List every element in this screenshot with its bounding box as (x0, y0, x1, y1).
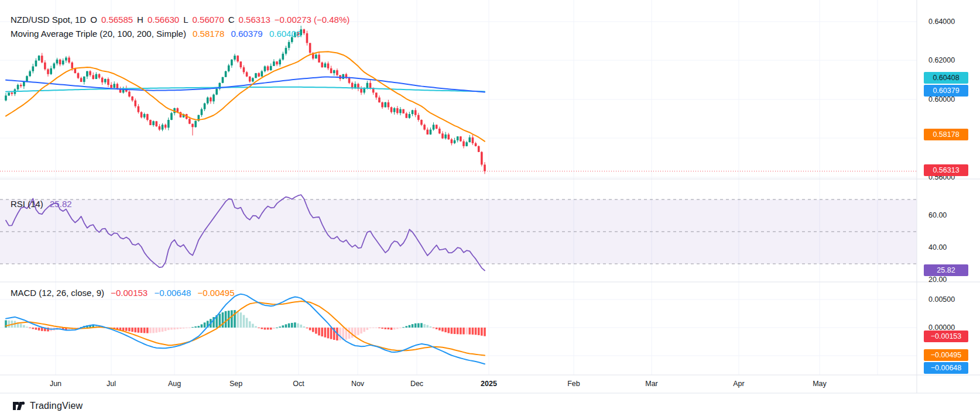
ohlc-open-key: O (90, 15, 97, 25)
ma200-value: 0.60408 (269, 29, 301, 39)
tradingview-logo[interactable]: TradingView (12, 399, 83, 413)
ma20-value: 0.58178 (193, 29, 224, 39)
time-tick-label: Jun (50, 375, 61, 393)
axis-tick-label: 40.00 (928, 243, 947, 252)
macd-label: MACD (12, 26, close, 9) (11, 288, 104, 298)
time-axis[interactable]: JunJulAugSepOctNovDec2025FebMarAprMay (0, 375, 980, 393)
tradingview-chart-window: NZD/USD Spot, 1DO0.56585H0.56630L0.56070… (0, 0, 980, 420)
macd-signal-value: −0.00495 (198, 288, 235, 298)
macd-signal-badge: −0.00495 (924, 349, 968, 361)
time-tick-label: Jul (107, 375, 116, 393)
macd-signal-line (6, 301, 485, 356)
macd-line-badge: −0.00648 (924, 362, 968, 374)
macd-line-value: −0.00648 (154, 288, 191, 298)
ohlc-high-key: H (137, 15, 143, 25)
time-tick-label: Oct (293, 375, 304, 393)
axis-tick-label: 20.00 (928, 276, 947, 284)
ohlc-close-key: C (228, 15, 235, 25)
ohlc-high-value: 0.56630 (148, 15, 179, 25)
ohlc-open-value: 0.56585 (101, 15, 133, 25)
ohlc-low-key: L (183, 15, 188, 25)
rsi-label: RSI (14) (11, 199, 43, 209)
gridlines (0, 0, 917, 375)
axis-tick-label: 0.00500 (928, 295, 955, 304)
rsi-band (0, 199, 917, 264)
macd-legend[interactable]: MACD (12, 26, close, 9) −0.00153 −0.0064… (11, 288, 239, 298)
price-axis[interactable]: 0.640000.620000.600000.580000.5600060.00… (917, 0, 980, 393)
rsi-value-badge: 25.82 (924, 264, 968, 276)
ma20-line (6, 51, 485, 141)
chart-canvas[interactable] (0, 0, 980, 420)
ohlc-low-value: 0.56070 (193, 15, 224, 25)
ma200-price-badge: 0.60408 (924, 72, 968, 84)
time-tick-label: May (813, 375, 827, 393)
time-tick-label: Feb (567, 375, 580, 393)
ma20-price-badge: 0.58178 (924, 129, 968, 140)
time-tick-label: Apr (733, 375, 744, 393)
macd-hist-badge: −0.00153 (924, 331, 968, 342)
axis-tick-label: 0.60000 (928, 95, 955, 104)
ohlc-close-value: 0.56313 (239, 15, 270, 25)
time-tick-label: Sep (229, 375, 242, 393)
time-tick-label: Mar (645, 375, 658, 393)
rsi-value: 25.82 (50, 199, 72, 209)
rsi-legend[interactable]: RSI (14) 25.82 (11, 199, 76, 209)
symbol-title: NZD/USD Spot, 1D (11, 15, 86, 25)
macd-line (6, 294, 485, 364)
time-tick-label: 2025 (481, 375, 497, 393)
macd-histogram (5, 310, 486, 340)
ma-triple-label: Moving Average Triple (20, 100, 200, Sim… (11, 29, 186, 39)
time-tick-label: Aug (168, 375, 181, 393)
last-price-badge: 0.56313 (924, 164, 968, 176)
axis-tick-label: 0.64000 (928, 18, 955, 26)
tradingview-logo-icon (12, 399, 26, 413)
change-value: −0.00273 (−0.48%) (275, 15, 349, 25)
axis-tick-label: 0.62000 (928, 56, 955, 64)
pane-separators (0, 0, 980, 393)
axis-tick-label: 60.00 (928, 211, 947, 219)
candles (5, 26, 486, 174)
macd-hist-value: −0.00153 (111, 288, 148, 298)
time-tick-label: Dec (410, 375, 423, 393)
ma100-value: 0.60379 (231, 29, 262, 39)
symbol-legend[interactable]: NZD/USD Spot, 1DO0.56585H0.56630L0.56070… (11, 15, 354, 25)
ma100-price-badge: 0.60379 (924, 85, 968, 97)
tradingview-logo-text: TradingView (30, 401, 83, 411)
ma-triple-legend[interactable]: Moving Average Triple (20, 100, 200, Sim… (11, 29, 305, 39)
time-tick-label: Nov (351, 375, 364, 393)
